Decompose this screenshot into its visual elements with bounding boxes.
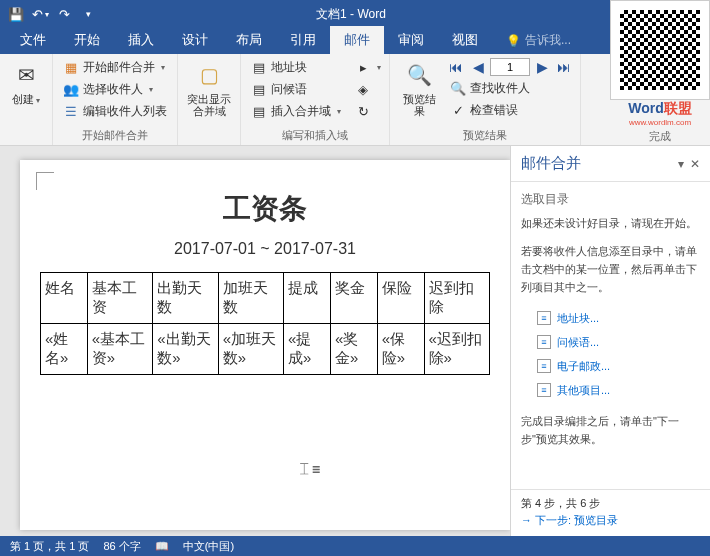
window-title: 文档1 - Word: [98, 6, 604, 23]
address-icon: ▤: [251, 60, 267, 76]
document-area[interactable]: 工资条 2017-07-01 ~ 2017-07-31 姓名 基本工资 出勤天数…: [0, 146, 510, 536]
salary-table: 姓名 基本工资 出勤天数 加班天数 提成 奖金 保险 迟到扣除 «姓名» «基本…: [40, 272, 490, 375]
pane-section: 选取目录: [521, 190, 700, 208]
link-greeting[interactable]: ≡问候语...: [521, 330, 700, 354]
link-address-block[interactable]: ≡地址块...: [521, 306, 700, 330]
rules-button[interactable]: ▸▾: [353, 57, 383, 78]
tell-me[interactable]: 💡告诉我...: [492, 27, 585, 54]
check-errors-button[interactable]: ✓检查错误: [446, 100, 574, 121]
link-epostage[interactable]: ≡电子邮政...: [521, 354, 700, 378]
check-icon: ✓: [450, 103, 466, 119]
address-block-button[interactable]: ▤地址块: [247, 57, 345, 78]
status-lang[interactable]: 中文(中国): [183, 539, 234, 554]
ribbon: ✉ 创建▾ ▦开始邮件合并▾ 👥选择收件人▾ ☰编辑收件人列表 开始邮件合并 ▢…: [0, 54, 710, 146]
field-icon: ▤: [251, 104, 267, 120]
text-cursor-icon: ⌶ ☰: [300, 460, 320, 476]
insert-field-button[interactable]: ▤插入合并域▾: [247, 101, 345, 122]
tab-layout[interactable]: 布局: [222, 26, 276, 54]
pane-text: 如果还未设计好目录，请现在开始。: [521, 214, 700, 232]
title-bar: 💾 ↶▾ ↷ ▾ 文档1 - Word: [0, 0, 710, 28]
undo-icon[interactable]: ↶▾: [30, 4, 50, 24]
tab-design[interactable]: 设计: [168, 26, 222, 54]
tab-file[interactable]: 文件: [6, 26, 60, 54]
table-row: 姓名 基本工资 出勤天数 加班天数 提成 奖金 保险 迟到扣除: [41, 273, 490, 324]
status-bar: 第 1 页，共 1 页 86 个字 📖 中文(中国): [0, 536, 710, 556]
next-record-button[interactable]: ▶: [532, 57, 552, 77]
envelope-icon: ✉: [10, 59, 42, 91]
status-page[interactable]: 第 1 页，共 1 页: [10, 539, 89, 554]
doc-icon: ≡: [537, 335, 551, 349]
group-label: 开始邮件合并: [59, 126, 171, 145]
search-icon: 🔍: [450, 81, 466, 97]
record-input[interactable]: [490, 58, 530, 76]
tab-references[interactable]: 引用: [276, 26, 330, 54]
greeting-icon: ▤: [251, 82, 267, 98]
doc-dates: 2017-07-01 ~ 2017-07-31: [40, 240, 490, 258]
greeting-button[interactable]: ▤问候语: [247, 79, 345, 100]
last-record-button[interactable]: ⏭: [554, 57, 574, 77]
group-label: 编写和插入域: [247, 126, 383, 145]
create-button[interactable]: ✉ 创建▾: [6, 57, 46, 145]
list-icon: ☰: [63, 104, 79, 120]
highlight-fields-button[interactable]: ▢ 突出显示 合并域: [184, 57, 234, 145]
find-recipient-button[interactable]: 🔍查找收件人: [446, 78, 574, 99]
tab-mailings[interactable]: 邮件: [330, 26, 384, 54]
select-recipients-button[interactable]: 👥选择收件人▾: [59, 79, 171, 100]
next-step-link[interactable]: → 下一步: 预览目录: [521, 511, 700, 530]
match-button[interactable]: ◈: [353, 79, 383, 100]
first-record-button[interactable]: ⏮: [446, 57, 466, 77]
page-corner: [36, 172, 54, 190]
redo-icon[interactable]: ↷: [54, 4, 74, 24]
watermark-brand: Word联盟 www.wordlm.com 完成: [610, 100, 710, 144]
proofing-icon[interactable]: 📖: [155, 540, 169, 553]
page: 工资条 2017-07-01 ~ 2017-07-31 姓名 基本工资 出勤天数…: [20, 160, 510, 530]
highlight-icon: ▢: [193, 59, 225, 91]
link-more-items[interactable]: ≡其他项目...: [521, 378, 700, 402]
save-icon[interactable]: 💾: [6, 4, 26, 24]
preview-icon: 🔍: [403, 59, 435, 91]
start-merge-button[interactable]: ▦开始邮件合并▾: [59, 57, 171, 78]
pane-menu-icon[interactable]: ▾: [678, 157, 684, 171]
prev-record-button[interactable]: ◀: [468, 57, 488, 77]
update-button[interactable]: ↻: [353, 101, 383, 122]
bulb-icon: 💡: [506, 34, 521, 48]
pane-title: 邮件合并: [521, 154, 581, 173]
rules-icon: ▸: [355, 60, 371, 76]
tab-view[interactable]: 视图: [438, 26, 492, 54]
people-icon: 👥: [63, 82, 79, 98]
pane-text: 若要将收件人信息添至目录中，请单击文档中的某一位置，然后再单击下列项目其中之一。: [521, 242, 700, 296]
status-words[interactable]: 86 个字: [103, 539, 140, 554]
tab-home[interactable]: 开始: [60, 26, 114, 54]
qat-custom-icon[interactable]: ▾: [78, 4, 98, 24]
ribbon-tabs: 文件 开始 插入 设计 布局 引用 邮件 审阅 视图 💡告诉我...: [0, 28, 710, 54]
match-icon: ◈: [355, 82, 371, 98]
pane-step: 第 4 步，共 6 步 → 下一步: 预览目录: [511, 489, 710, 536]
merge-icon: ▦: [63, 60, 79, 76]
doc-icon: ≡: [537, 383, 551, 397]
close-icon[interactable]: ✕: [690, 157, 700, 171]
group-label: 预览结果: [396, 126, 574, 145]
preview-button[interactable]: 🔍 预览结果: [396, 57, 442, 126]
qr-code: [610, 0, 710, 100]
tab-review[interactable]: 审阅: [384, 26, 438, 54]
doc-icon: ≡: [537, 311, 551, 325]
mail-merge-pane: 邮件合并 ▾ ✕ 选取目录 如果还未设计好目录，请现在开始。 若要将收件人信息添…: [510, 146, 710, 536]
table-row: «姓名» «基本工资» «出勤天数» «加班天数» «提成» «奖金» «保险»…: [41, 324, 490, 375]
tab-insert[interactable]: 插入: [114, 26, 168, 54]
doc-icon: ≡: [537, 359, 551, 373]
doc-title: 工资条: [40, 190, 490, 228]
pane-text: 完成目录编排之后，请单击"下一步"预览其效果。: [521, 412, 700, 448]
update-icon: ↻: [355, 104, 371, 120]
edit-recipients-button[interactable]: ☰编辑收件人列表: [59, 101, 171, 122]
